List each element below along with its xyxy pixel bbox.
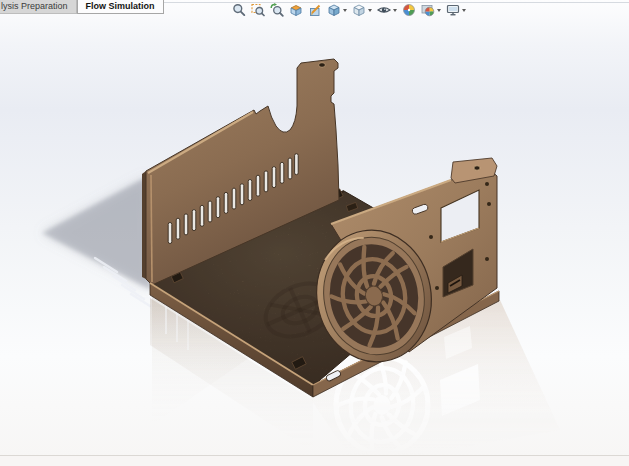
heads-up-view-toolbar — [231, 2, 467, 18]
commandmanager-tabs: lysis Preparation Flow Simulation — [0, 0, 164, 14]
hide-show-items-dropdown-arrow[interactable] — [393, 9, 397, 12]
edit-appearance-icon[interactable] — [401, 2, 417, 18]
view-settings-icon[interactable] — [445, 2, 467, 18]
tab-analysis-preparation[interactable]: lysis Preparation — [0, 0, 77, 14]
dynamic-annotation-views-icon[interactable] — [307, 2, 323, 18]
view-orientation-dropdown-arrow[interactable] — [343, 9, 347, 12]
tab-screw-hole — [319, 63, 326, 68]
view-orientation-icon[interactable] — [326, 2, 348, 18]
apply-scene-icon[interactable] — [420, 2, 442, 18]
flange-screw-hole — [474, 166, 480, 170]
apply-scene-dropdown-arrow[interactable] — [437, 9, 441, 12]
view-settings-dropdown-arrow[interactable] — [462, 9, 466, 12]
hide-show-items-icon[interactable] — [376, 2, 398, 18]
zoom-to-fit-icon[interactable] — [231, 2, 247, 18]
solidworks-window: lysis Preparation Flow Simulation — [0, 0, 629, 466]
tab-flow-simulation[interactable]: Flow Simulation — [77, 0, 164, 14]
zoom-to-area-icon[interactable] — [250, 2, 266, 18]
section-view-icon[interactable] — [288, 2, 304, 18]
status-bar — [0, 455, 629, 466]
display-style-dropdown-arrow[interactable] — [368, 9, 372, 12]
display-style-icon[interactable] — [351, 2, 373, 18]
previous-view-icon[interactable] — [269, 2, 285, 18]
graphics-viewport[interactable] — [0, 0, 629, 466]
